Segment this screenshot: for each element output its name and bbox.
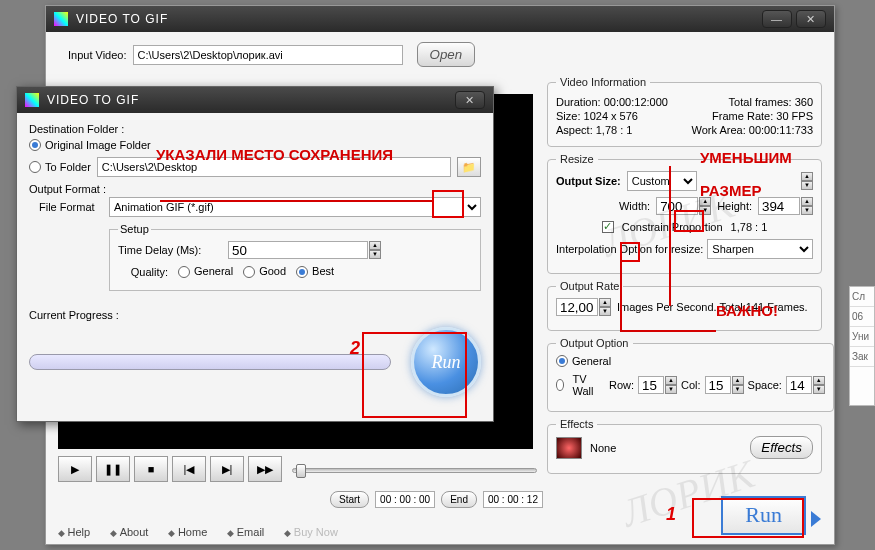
anno-number-1: 1 (666, 504, 676, 525)
opt-general-radio[interactable] (556, 355, 568, 367)
anno-box-dialog-run (362, 332, 467, 418)
quality-good-radio[interactable] (243, 266, 255, 278)
input-video-label: Input Video: (68, 49, 127, 61)
anno-important: ВАЖНО! (716, 302, 778, 319)
input-video-field[interactable] (133, 45, 403, 65)
stop-button[interactable]: ■ (134, 456, 168, 482)
anno-line-2 (669, 166, 671, 306)
height-label: Height: (717, 200, 752, 212)
video-info-legend: Video Information (556, 76, 650, 88)
anno-line-4 (620, 260, 622, 332)
opt-tvwall-label: TV Wall (572, 373, 597, 397)
width-label: Width: (619, 200, 650, 212)
row-input[interactable] (638, 376, 664, 394)
footer-links: Help About Home Email Buy Now (58, 526, 338, 538)
app-icon (54, 12, 68, 26)
anno-box-width (674, 210, 704, 232)
col-input[interactable] (705, 376, 731, 394)
output-size-select[interactable]: Custom (627, 171, 697, 191)
time-delay-stepper[interactable]: ▲▼ (369, 241, 381, 259)
next-button[interactable]: ▶| (210, 456, 244, 482)
main-titlebar: VIDEO TO GIF — ✕ (46, 6, 834, 32)
anno-save-location: УКАЗАЛИ МЕСТО СОХРАНЕНИЯ (156, 146, 393, 163)
time-delay-input[interactable] (228, 241, 368, 259)
anno-number-2: 2 (350, 338, 360, 359)
output-option-group: Output Option General TV Wall Row: ▲▼ Co… (547, 337, 834, 412)
email-link[interactable]: Email (227, 526, 264, 538)
anno-box-constrain (620, 242, 640, 262)
setup-legend: Setup (118, 223, 151, 235)
height-input[interactable] (758, 197, 800, 215)
output-rate-legend: Output Rate (556, 280, 623, 292)
quality-best-radio[interactable] (296, 266, 308, 278)
dest-tofolder-label: To Folder (45, 161, 91, 173)
effect-thumb (556, 437, 582, 459)
resize-legend: Resize (556, 153, 598, 165)
constrain-checkbox[interactable] (602, 221, 614, 233)
output-option-legend: Output Option (556, 337, 633, 349)
output-rate-group: Output Rate ▲▼ Images Per Second. Total:… (547, 280, 822, 331)
close-button[interactable]: ✕ (796, 10, 826, 28)
seek-slider[interactable] (292, 464, 537, 474)
end-chip[interactable]: End (441, 491, 477, 508)
dialog-titlebar: VIDEO TO GIF ✕ (17, 87, 493, 113)
prev-button[interactable]: |◀ (172, 456, 206, 482)
step-button[interactable]: ▶▶ (248, 456, 282, 482)
pause-button[interactable]: ❚❚ (96, 456, 130, 482)
anno-line-3 (620, 330, 716, 332)
about-link[interactable]: About (110, 526, 148, 538)
anno-shrink: УМЕНЬШИМ (700, 149, 792, 166)
effect-name: None (590, 442, 616, 454)
output-format-label: Output Format : (29, 183, 481, 195)
dest-original-radio[interactable] (29, 139, 41, 151)
dialog-close-button[interactable]: ✕ (455, 91, 485, 109)
rate-stepper[interactable]: ▲▼ (599, 298, 611, 316)
constrain-label: Constrain Proportion (622, 221, 723, 233)
video-info-group: Video Information Duration: 00:00:12:000… (547, 76, 822, 147)
dialog-title: VIDEO TO GIF (47, 93, 139, 107)
space-input[interactable] (786, 376, 812, 394)
start-time[interactable]: 00 : 00 : 00 (375, 491, 435, 508)
app-icon (25, 93, 39, 107)
quality-label: Quality: (118, 266, 168, 278)
dest-tofolder-radio[interactable] (29, 161, 41, 173)
row-stepper[interactable]: ▲▼ (665, 376, 677, 394)
anno-size: РАЗМЕР (700, 182, 761, 199)
file-format-label: File Format (39, 201, 109, 213)
browse-folder-button[interactable]: 📁 (457, 157, 481, 177)
interp-select[interactable]: Sharpen (707, 239, 813, 259)
buy-link[interactable]: Buy Now (284, 526, 338, 538)
help-link[interactable]: Help (58, 526, 90, 538)
start-chip[interactable]: Start (330, 491, 369, 508)
progress-label: Current Progress : (29, 309, 481, 321)
dest-folder-label: Destination Folder : (29, 123, 481, 135)
main-title: VIDEO TO GIF (76, 12, 168, 26)
opt-tvwall-radio[interactable] (556, 379, 564, 391)
anno-line-1 (160, 200, 432, 202)
run-arrow-icon (811, 511, 821, 527)
height-stepper[interactable]: ▲▼ (801, 197, 813, 215)
dest-original-label: Original Image Folder (45, 139, 151, 151)
side-panel: Сл 06 Уни Зак (849, 286, 875, 406)
anno-box-browse (432, 190, 464, 218)
rate-suffix: Images Per Second. Total:141 Frames. (617, 301, 808, 313)
home-link[interactable]: Home (168, 526, 207, 538)
quality-general-radio[interactable] (178, 266, 190, 278)
rate-input[interactable] (556, 298, 598, 316)
constrain-ratio: 1,78 : 1 (731, 221, 768, 233)
progress-bar (29, 354, 391, 370)
open-button[interactable]: Open (417, 42, 476, 67)
opt-general-label: General (572, 355, 611, 367)
play-button[interactable]: ▶ (58, 456, 92, 482)
col-stepper[interactable]: ▲▼ (732, 376, 744, 394)
anno-box-main-run (692, 498, 804, 538)
minimize-button[interactable]: — (762, 10, 792, 28)
output-size-label: Output Size: (556, 175, 621, 187)
effects-group: Effects None Effects (547, 418, 822, 474)
outputsize-stepper[interactable]: ▲▼ (801, 172, 813, 190)
effects-button[interactable]: Effects (750, 436, 813, 459)
end-time[interactable]: 00 : 00 : 12 (483, 491, 543, 508)
space-stepper[interactable]: ▲▼ (813, 376, 825, 394)
effects-legend: Effects (556, 418, 597, 430)
time-delay-label: Time Delay (Ms): (118, 244, 228, 256)
